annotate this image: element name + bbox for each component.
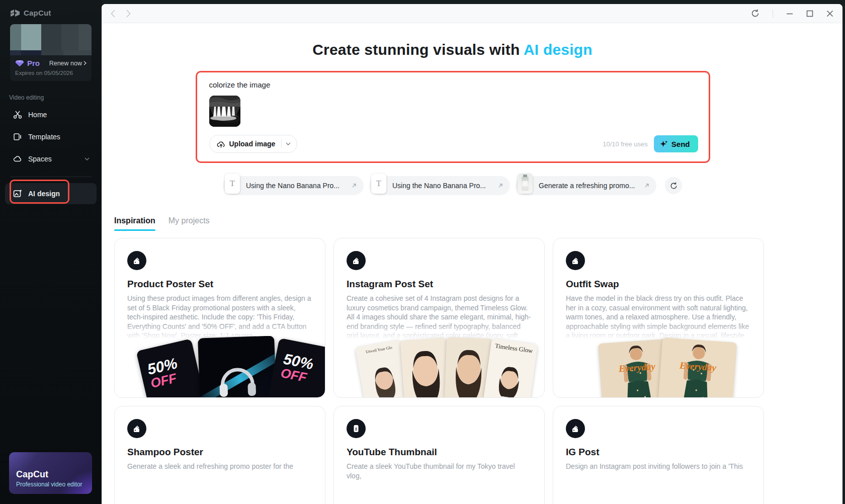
card-ig-post[interactable]: IG Post Design an Instagram post invitin…	[553, 406, 764, 504]
card-product-poster-set[interactable]: Product Poster Set Using these product i…	[114, 238, 325, 398]
free-uses-counter: 10/10 free uses	[603, 140, 648, 148]
minimize-button[interactable]	[786, 10, 793, 17]
pro-banner-thumbnails	[10, 24, 92, 50]
card-title: Instagram Post Set	[347, 279, 532, 290]
suggestion-chip[interactable]: T Using the Nano Banana Pro...	[223, 176, 364, 195]
sidebar-item-home[interactable]: Home	[5, 104, 97, 125]
card-youtube-thumbnail[interactable]: YouTube Thumbnail Create a sleek YouTube…	[333, 406, 545, 504]
card-title: Outfit Swap	[566, 279, 751, 290]
maximize-icon	[806, 10, 813, 17]
footer-banner-subtitle: Professional video editor	[16, 481, 92, 488]
portrait-frame-icon	[347, 419, 366, 438]
page-title-highlight: AI design	[524, 41, 593, 58]
arrow-up-right-icon	[644, 183, 649, 188]
design-palette-icon	[566, 251, 585, 270]
templates-icon	[13, 132, 22, 141]
design-palette-icon	[127, 419, 146, 438]
chevron-right-icon	[83, 61, 87, 65]
maximize-button[interactable]	[806, 10, 813, 17]
card-outfit-swap[interactable]: Outfit Swap Have the model in the black …	[553, 238, 764, 398]
arrow-up-right-icon	[498, 183, 503, 188]
close-icon	[826, 10, 833, 17]
sidebar-item-templates[interactable]: Templates	[5, 126, 97, 147]
suggestion-chip[interactable]: Generate a refreshing promo...	[516, 176, 656, 195]
inspiration-grid: Product Poster Set Using these product i…	[114, 238, 764, 504]
pro-banner-strip	[10, 50, 92, 55]
pro-expiry-text: Expires on 05/05/2026	[10, 68, 92, 81]
footer-banner-title: CapCut	[16, 469, 92, 480]
card-title: Product Poster Set	[127, 279, 312, 290]
sparkle-icon	[660, 140, 668, 148]
tab-my-projects[interactable]: My projects	[168, 216, 210, 231]
sidebar-item-label: Home	[28, 111, 47, 119]
card-description: Create a sleek YouTube thumbnail for my …	[347, 462, 532, 504]
section-label-video-editing: Video editing	[0, 81, 102, 103]
refresh-icon	[751, 9, 759, 18]
forward-button[interactable]	[126, 10, 131, 18]
card-instagram-post-set[interactable]: Instagram Post Set Create a cohesive set…	[333, 238, 545, 398]
card-description: Have the model in the black dress try on…	[566, 294, 751, 341]
logo-text: CapCut	[24, 9, 51, 17]
chevron-down-icon[interactable]	[286, 142, 291, 145]
text-template-thumb: T	[225, 174, 240, 194]
card-description: Generate a sleek and refreshing promo po…	[127, 462, 312, 504]
design-palette-icon	[347, 251, 366, 270]
ai-design-icon	[13, 189, 22, 198]
prompt-input[interactable]: colorize the image	[203, 80, 698, 89]
design-palette-icon	[566, 419, 585, 438]
design-palette-icon	[127, 251, 146, 270]
arrow-up-right-icon	[352, 183, 357, 188]
card-title: IG Post	[566, 447, 751, 458]
minimize-icon	[786, 10, 793, 17]
renew-now-link[interactable]: Renew now	[49, 60, 87, 67]
capcut-footer-banner: CapCut Professional video editor	[9, 452, 92, 494]
titlebar-divider	[773, 10, 773, 18]
capcut-logo-icon	[10, 9, 20, 17]
suggestion-label: Using the Nano Banana Pro...	[392, 182, 494, 190]
suggestion-chip[interactable]: T Using the Nano Banana Pro...	[369, 176, 510, 195]
pro-badge: Pro	[27, 59, 40, 67]
upload-button-divider	[281, 139, 282, 148]
card-collage-cosmetics: Unveil Your Glo	[334, 336, 544, 397]
upload-image-button[interactable]: Upload image	[209, 135, 298, 153]
sidebar-divider	[10, 177, 92, 177]
promo-image-thumb	[518, 174, 533, 194]
forward-arrow-icon	[126, 10, 131, 18]
bottle-graphic	[522, 177, 529, 191]
tab-inspiration[interactable]: Inspiration	[114, 216, 155, 231]
pro-gem-icon	[15, 60, 24, 67]
sidebar-item-ai-design[interactable]: AI design	[5, 183, 97, 204]
sidebar-item-label: Templates	[28, 133, 60, 141]
send-button[interactable]: Send	[654, 135, 698, 152]
sidebar: CapCut Pro Renew now Expires on 05/05/20…	[0, 0, 102, 504]
card-description: Design an Instagram post inviting follow…	[566, 462, 751, 504]
card-title: Shampoo Poster	[127, 447, 312, 458]
sidebar-item-label: AI design	[28, 190, 60, 198]
attached-image-waterfall[interactable]	[209, 96, 240, 127]
refresh-suggestions-button[interactable]	[665, 177, 682, 194]
cloud-icon	[13, 154, 22, 163]
card-collage-outfit: Everyday	[553, 336, 764, 397]
suggestion-label: Generate a refreshing promo...	[539, 182, 640, 190]
sidebar-item-label: Spaces	[28, 155, 52, 163]
suggestion-label: Using the Nano Banana Pro...	[246, 182, 348, 190]
suggestion-chips-row: T Using the Nano Banana Pro... T Using t…	[114, 176, 791, 195]
upload-cloud-icon	[217, 140, 225, 148]
scissors-icon	[13, 110, 22, 119]
card-title: YouTube Thumbnail	[347, 447, 532, 458]
card-description: Create a cohesive set of 4 Instagram pos…	[347, 294, 532, 341]
tabs: Inspiration My projects	[114, 216, 791, 231]
refresh-button[interactable]	[751, 9, 759, 18]
back-button[interactable]	[111, 10, 115, 18]
chevron-down-icon[interactable]	[84, 157, 90, 160]
send-button-label: Send	[671, 140, 690, 148]
main-window: Create stunning visuals with AI design c…	[102, 4, 842, 504]
titlebar	[102, 4, 842, 23]
card-collage-black-friday: 50% OFF 50%	[115, 336, 325, 397]
sidebar-item-spaces[interactable]: Spaces	[5, 148, 97, 170]
card-shampoo-poster[interactable]: Shampoo Poster Generate a sleek and refr…	[114, 406, 325, 504]
close-button[interactable]	[826, 10, 833, 17]
prompt-box[interactable]: colorize the image	[196, 71, 710, 162]
upload-button-label: Upload image	[229, 140, 276, 148]
pro-banner[interactable]: Pro Renew now Expires on 05/05/2026	[10, 24, 92, 81]
